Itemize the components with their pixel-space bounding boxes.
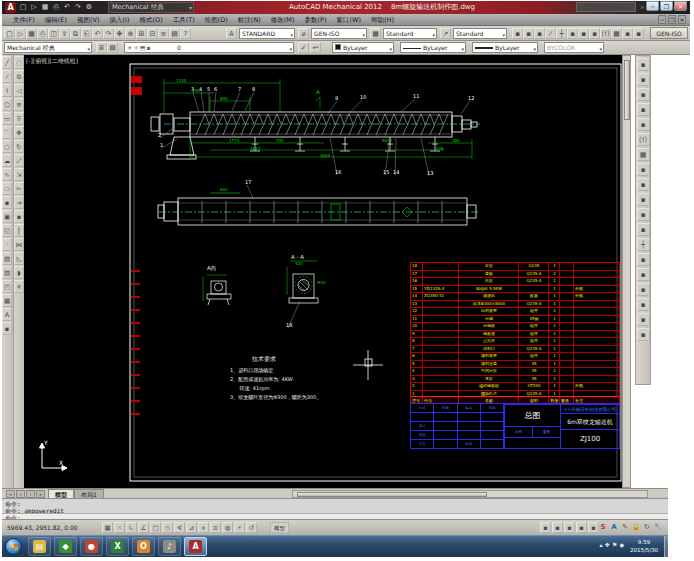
surface-texture-icon[interactable]: ▪	[567, 28, 578, 39]
layer-previous-icon[interactable]: ↩	[310, 42, 321, 53]
hatch-icon[interactable]: ▨	[2, 252, 12, 265]
new-icon[interactable]: ▢	[4, 28, 15, 39]
layer-states-icon[interactable]: ▤	[107, 42, 118, 53]
centerline-icon[interactable]: ┼	[556, 28, 567, 39]
menu-item-9[interactable]: 参数(P)	[299, 14, 331, 26]
menu-item-11[interactable]: 帮助(H)	[366, 14, 399, 26]
menu-item-8[interactable]: 修改(M)	[266, 14, 300, 26]
screw-calc-icon[interactable]: ▪	[622, 28, 633, 39]
taskbar-app-autocad[interactable]: A	[184, 537, 207, 556]
menu-item-5[interactable]: 工具(T)	[168, 14, 200, 26]
osnap-icon[interactable]: □	[150, 522, 161, 533]
linetype-dropdown[interactable]: ByLayer	[400, 42, 466, 53]
paste-icon[interactable]: ⎗	[81, 28, 92, 39]
welding-symbol-icon[interactable]: ▪	[637, 178, 650, 191]
color-swatch-icon[interactable]: ▪	[146, 43, 150, 53]
workspace-gear-icon[interactable]: ⚙	[84, 2, 94, 12]
cycling-icon[interactable]: ↺	[246, 522, 257, 533]
start-button[interactable]	[5, 538, 22, 555]
drawing-canvas[interactable]: [-][俯视][二维线框]	[24, 55, 622, 488]
detail-icon[interactable]: ▪	[637, 118, 650, 131]
close-button[interactable]: ✕	[674, 1, 687, 11]
power-erase-icon[interactable]: ▪	[637, 73, 650, 86]
open-icon[interactable]: ▷	[29, 2, 39, 12]
move-icon[interactable]: ✥	[14, 126, 24, 139]
annotation-scale-icon[interactable]: ▪	[576, 522, 587, 533]
redo-icon[interactable]: ↷	[103, 28, 114, 39]
menu-item-6[interactable]: 绘图(D)	[200, 14, 233, 26]
mleader-style-icon[interactable]: ↗	[440, 28, 451, 39]
copy-object-icon[interactable]: ⧉	[14, 70, 24, 83]
text-style-dropdown[interactable]: STANDARD	[239, 28, 295, 39]
mleader-style-dropdown[interactable]: Standard	[453, 28, 507, 39]
tray-icon-2[interactable]: ⚑	[612, 541, 617, 548]
dim-style-dropdown[interactable]: GEN-ISO	[311, 28, 367, 39]
explode-icon[interactable]: ✳	[14, 280, 24, 293]
quickprops-icon[interactable]: ⚡	[234, 522, 245, 533]
tab-layout1[interactable]: 布局1	[74, 489, 104, 498]
arc-icon[interactable]: ⌒	[2, 126, 12, 139]
copy-icon[interactable]: ⧉	[70, 28, 81, 39]
model-space-icon[interactable]: ▪	[540, 522, 551, 533]
shaft-generator-icon[interactable]: ▪	[633, 28, 644, 39]
grid-icon[interactable]: ⁙	[114, 522, 125, 533]
screw-connection-icon[interactable]: ▪	[637, 313, 650, 326]
gradient-icon[interactable]: ▧	[2, 266, 12, 279]
parts-list-icon[interactable]: ▦	[611, 28, 622, 39]
array-icon[interactable]: ⠿	[14, 112, 24, 125]
layer-dropdown[interactable]: ☀☼⬒▪ 0	[124, 42, 294, 53]
help-icon[interactable]: ?	[180, 28, 191, 39]
power-dimension-icon[interactable]: ▪	[512, 28, 523, 39]
fits-list-icon[interactable]: ▪	[637, 283, 650, 296]
detail-icon[interactable]: ▪	[534, 28, 545, 39]
fillet-icon[interactable]: ◗	[14, 266, 24, 279]
table-style-dropdown[interactable]: Standard	[383, 28, 437, 39]
tab-nav-2[interactable]: ›	[26, 490, 35, 498]
publish-icon[interactable]: ⇪	[59, 28, 70, 39]
autodesk-tray-icon[interactable]: A	[609, 522, 619, 533]
make-current-icon[interactable]: ✓	[298, 42, 309, 53]
ortho-icon[interactable]: ∟	[126, 522, 137, 533]
otrack-icon[interactable]: ∢	[174, 522, 185, 533]
pen-icon[interactable]: ✎	[620, 522, 630, 533]
balloon-icon[interactable]: ⑴	[600, 28, 611, 39]
shaft-generator-icon[interactable]: ▪	[637, 328, 650, 341]
minimize-button[interactable]: ─	[646, 1, 659, 11]
undo-icon[interactable]: ↶	[92, 28, 103, 39]
lock-icon[interactable]: 🔒	[631, 522, 641, 533]
polar-icon[interactable]: ∠	[138, 522, 149, 533]
datum-identifier-icon[interactable]: ▪	[637, 208, 650, 221]
update-icon[interactable]: ↻	[642, 522, 652, 533]
design-center-icon[interactable]: ▤	[169, 28, 180, 39]
rectangle-icon[interactable]: ▭	[2, 112, 12, 125]
plot-preview-icon[interactable]: ◫	[48, 28, 59, 39]
multiline-text-icon[interactable]: A	[2, 308, 12, 321]
power-copy-icon[interactable]: ▪	[637, 88, 650, 101]
polygon-icon[interactable]: ⬠	[2, 98, 12, 111]
taskbar-app-media[interactable]: ♪	[158, 537, 181, 556]
menu-item-7[interactable]: 标注(N)	[233, 14, 266, 26]
scale-icon[interactable]: ⤢	[14, 154, 24, 167]
centerline-icon[interactable]: ┼	[637, 238, 650, 251]
welding-symbol-icon[interactable]: ▪	[578, 28, 589, 39]
tab-nav-1[interactable]: ‹	[16, 490, 25, 498]
tray-icon-0[interactable]: ▴	[600, 541, 603, 548]
autocad-logo-icon[interactable]: A	[5, 2, 16, 13]
lineweight-dropdown[interactable]: ByLayer	[472, 42, 538, 53]
redo-icon[interactable]: ↷	[73, 2, 83, 12]
new-icon[interactable]: ▢	[18, 2, 28, 12]
workspace-dropdown[interactable]: Mechanical 经典	[108, 2, 194, 13]
model-button[interactable]: 模型	[270, 522, 289, 533]
power-view-icon[interactable]: ▪	[637, 103, 650, 116]
point-icon[interactable]: ·	[2, 238, 12, 251]
dimstyle-button[interactable]: GEN-ISO	[650, 27, 688, 39]
chamfer-icon[interactable]: ◺	[14, 252, 24, 265]
ducs-icon[interactable]: ⊿	[186, 522, 197, 533]
region-icon[interactable]: ◰	[2, 280, 12, 293]
construction-line-icon[interactable]: ⁄	[545, 28, 556, 39]
trusted-dwg-icon[interactable]: S	[598, 522, 608, 533]
line-icon[interactable]: ╱	[2, 56, 12, 69]
zoom-previous-icon[interactable]: ⊟	[147, 28, 158, 39]
parts-list-icon[interactable]: ▦	[637, 148, 650, 161]
vertical-scrollbar-thumb[interactable]	[624, 60, 630, 120]
